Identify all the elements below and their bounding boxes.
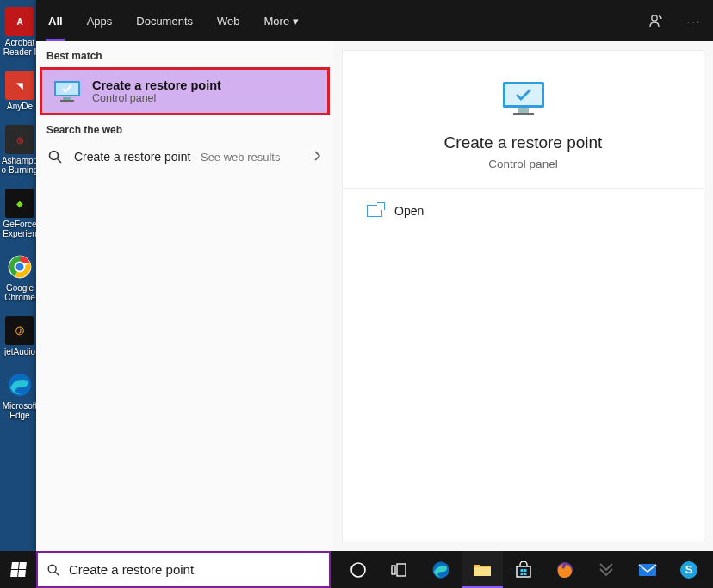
tab-more[interactable]: More▾ <box>252 0 312 41</box>
tab-web[interactable]: Web <box>205 0 252 41</box>
taskbar-pinned-apps: S <box>338 551 710 588</box>
best-match-label: Best match <box>36 41 333 67</box>
options-button[interactable]: ··· <box>675 0 713 41</box>
svg-text:S: S <box>685 563 693 576</box>
svg-rect-14 <box>518 108 529 113</box>
desktop-icon-ashampoo[interactable]: ◎ Ashampoo Burning <box>1 125 39 175</box>
firefox-icon <box>555 560 574 579</box>
preview-subtitle: Control panel <box>488 158 557 170</box>
desktop-icons-column: A Acrobat Reader I ◥ AnyDe ◎ Ashampoo Bu… <box>0 0 40 551</box>
svg-rect-26 <box>521 573 524 575</box>
mail-button[interactable] <box>627 551 668 588</box>
svg-rect-22 <box>474 567 491 576</box>
taskbar: S <box>0 551 713 588</box>
feedback-icon <box>648 13 664 28</box>
svg-rect-27 <box>524 573 527 575</box>
search-tabs: All Apps Documents Web More▾ ··· <box>36 0 713 41</box>
tab-documents[interactable]: Documents <box>124 0 205 41</box>
open-label: Open <box>394 204 424 218</box>
preview-pane: Create a restore point Control panel Ope… <box>342 50 704 542</box>
open-icon <box>367 205 382 217</box>
taskbar-search-box[interactable] <box>36 551 331 588</box>
edge-icon <box>7 372 33 398</box>
monitor-icon <box>53 78 82 104</box>
svg-rect-19 <box>392 566 395 574</box>
mail-icon <box>638 562 657 578</box>
store-icon <box>515 561 532 579</box>
svg-point-16 <box>48 565 56 573</box>
cortana-icon <box>350 561 367 579</box>
svg-point-5 <box>652 15 657 21</box>
svg-rect-15 <box>513 113 534 115</box>
result-subtitle: Control panel <box>92 92 221 104</box>
cortana-button[interactable] <box>338 551 379 588</box>
predator-button[interactable] <box>586 551 627 588</box>
svg-rect-25 <box>524 569 527 572</box>
open-action[interactable]: Open <box>343 195 704 226</box>
svg-rect-8 <box>63 97 71 100</box>
tab-all[interactable]: All <box>36 0 75 41</box>
windows-logo-icon <box>10 562 27 577</box>
chevron-right-icon[interactable] <box>313 149 323 164</box>
folder-icon <box>473 561 492 577</box>
chrome-icon <box>7 254 33 280</box>
search-icon <box>46 563 60 577</box>
svg-point-10 <box>50 152 59 160</box>
svg-rect-24 <box>521 569 524 572</box>
web-result-row[interactable]: Create a restore point - See web results <box>36 141 333 172</box>
taskbar-search-input[interactable] <box>69 562 320 577</box>
chevron-down-icon: ▾ <box>293 15 299 28</box>
svg-line-17 <box>55 572 59 575</box>
start-search-panel: All Apps Documents Web More▾ ··· Best ma… <box>36 0 713 551</box>
svg-rect-23 <box>517 566 530 577</box>
svg-point-18 <box>351 563 365 577</box>
web-result-text: Create a restore point - See web results <box>74 150 280 164</box>
store-button[interactable] <box>503 551 544 588</box>
results-list: Best match Create a restore point Contro… <box>36 41 333 551</box>
svg-rect-9 <box>60 100 74 102</box>
desktop-icon-edge[interactable]: Microsoft Edge <box>1 370 39 420</box>
best-match-result[interactable]: Create a restore point Control panel <box>40 67 330 115</box>
monitor-large-icon <box>498 78 549 121</box>
svg-rect-20 <box>397 564 406 576</box>
taskview-icon <box>391 563 408 577</box>
svg-line-11 <box>58 159 62 164</box>
desktop-icon-acrobat[interactable]: A Acrobat Reader I <box>1 7 39 57</box>
desktop-icon-geforce[interactable]: ◆ GeForce Experien <box>1 189 39 238</box>
search-web-label: Search the web <box>36 115 333 141</box>
preview-actions: Open <box>343 189 704 233</box>
desktop-icon-jetaudio[interactable]: Ⓙ jetAudio <box>1 316 39 356</box>
ellipsis-icon: ··· <box>687 15 702 28</box>
skype-button[interactable]: S <box>668 551 710 588</box>
taskview-button[interactable] <box>379 551 420 588</box>
search-icon <box>46 148 64 165</box>
feedback-button[interactable] <box>637 0 675 41</box>
start-button[interactable] <box>0 551 36 588</box>
result-title: Create a restore point <box>92 78 221 92</box>
desktop-icon-anydesk[interactable]: ◥ AnyDe <box>1 71 39 111</box>
edge-taskbar-button[interactable] <box>420 551 462 588</box>
desktop-icon-chrome[interactable]: Google Chrome <box>1 252 39 302</box>
preview-title: Create a restore point <box>444 133 603 152</box>
predator-icon <box>597 562 616 578</box>
skype-icon: S <box>679 560 698 579</box>
svg-rect-29 <box>639 564 656 576</box>
tab-apps[interactable]: Apps <box>75 0 125 41</box>
file-explorer-button[interactable] <box>462 551 503 588</box>
firefox-button[interactable] <box>544 551 586 588</box>
edge-icon <box>431 560 450 579</box>
